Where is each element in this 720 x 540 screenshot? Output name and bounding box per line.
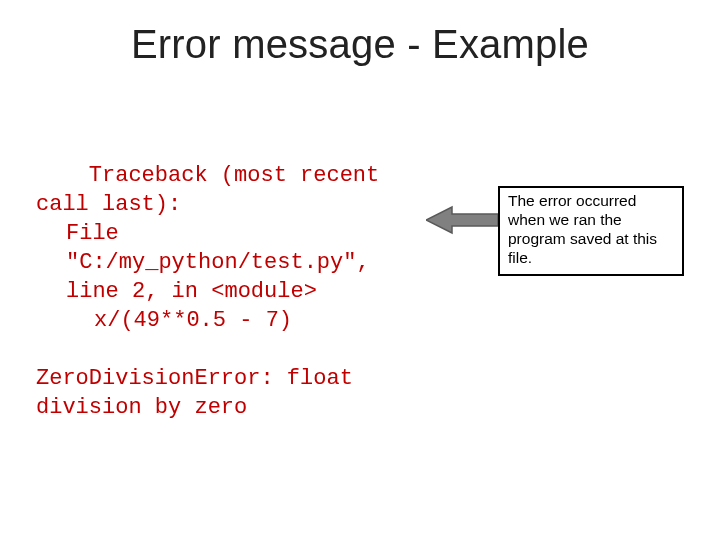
traceback-line-error: ZeroDivisionError: float division by zer…: [36, 366, 366, 420]
traceback-line-code: x/(49**0.5 - 7): [36, 306, 396, 335]
traceback-block: Traceback (most recent call last): File …: [36, 132, 396, 422]
slide-title: Error message - Example: [0, 22, 720, 67]
svg-marker-0: [426, 207, 498, 233]
callout-text: The error occurred when we ran the progr…: [508, 192, 657, 266]
slide: Error message - Example Traceback (most …: [0, 0, 720, 540]
traceback-line-file: File "C:/my_python/test.py", line 2, in …: [36, 219, 396, 306]
arrow-left-icon: [426, 205, 498, 235]
callout-box: The error occurred when we ran the progr…: [498, 186, 684, 276]
traceback-line-header: Traceback (most recent call last):: [36, 163, 392, 217]
